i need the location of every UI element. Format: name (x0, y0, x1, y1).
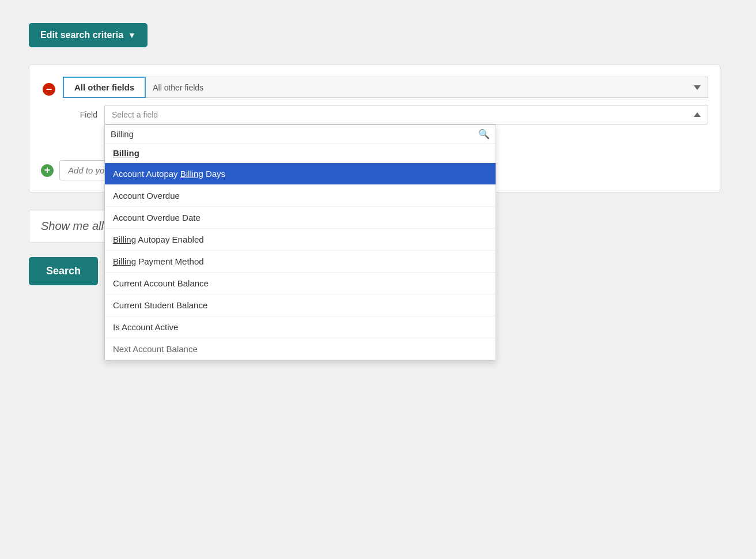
search-criteria-panel: − All other fields All other fields Cont… (29, 65, 720, 192)
edit-criteria-label: Edit search criteria (40, 30, 123, 40)
category-select[interactable]: All other fields Contact Account Billing (146, 77, 708, 98)
field-label: Field (63, 110, 97, 119)
dropdown-item-billing-payment-method[interactable]: Billing Payment Method (105, 251, 496, 273)
remove-criterion-button[interactable]: − (41, 81, 57, 97)
minus-circle-icon: − (43, 83, 55, 96)
field-selector-container: Select a field ▲ 🔍 Billing (104, 105, 708, 124)
dropdown-item-account-overdue[interactable]: Account Overdue (105, 185, 496, 207)
dropdown-item-account-autopay-billing-days[interactable]: Account Autopay Billing Days (105, 163, 496, 185)
dropdown-item-billing-autopay-enabled[interactable]: Billing Autopay Enabled (105, 229, 496, 251)
all-other-fields-tab[interactable]: All other fields (63, 77, 146, 98)
dropdown-item-current-account-balance[interactable]: Current Account Balance (105, 273, 496, 294)
field-dropdown: 🔍 Billing Account Autopay Billing Days A… (104, 124, 496, 361)
dropdown-category-header: Billing (105, 143, 496, 163)
dropdown-item-is-account-active[interactable]: Is Account Active (105, 316, 496, 338)
field-row: Field Select a field ▲ 🔍 (63, 105, 708, 124)
dropdown-item-current-student-balance[interactable]: Current Student Balance (105, 294, 496, 316)
criterion-fields: All other fields All other fields Contac… (63, 77, 708, 154)
chevron-up-icon: ▲ (694, 111, 701, 119)
category-row: All other fields All other fields Contac… (63, 77, 708, 98)
field-selector-button[interactable]: Select a field ▲ (104, 105, 708, 124)
dropdown-item-next-account-balance[interactable]: Next Account Balance (105, 338, 496, 360)
search-button[interactable]: Search (29, 257, 98, 285)
search-icon: 🔍 (478, 129, 490, 139)
chevron-down-icon: ▼ (128, 31, 136, 40)
field-search-row: 🔍 (105, 125, 496, 143)
field-search-input[interactable] (111, 129, 478, 139)
dropdown-item-account-overdue-date[interactable]: Account Overdue Date (105, 207, 496, 229)
field-selector-placeholder: Select a field (112, 110, 158, 119)
add-criterion-button[interactable]: + (41, 164, 54, 177)
edit-criteria-button[interactable]: Edit search criteria ▼ (29, 23, 148, 47)
